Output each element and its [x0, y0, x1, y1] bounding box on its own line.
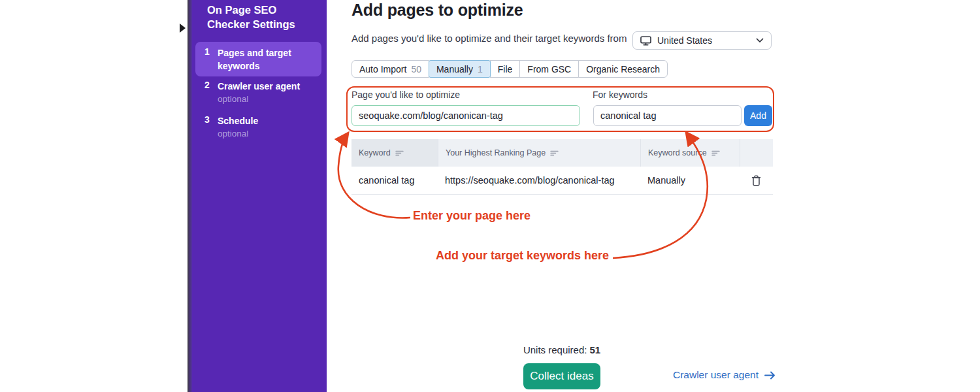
- step-label: Crawler user agent optional: [218, 75, 321, 105]
- keywords-input-label: For keywords: [593, 90, 647, 100]
- collect-ideas-button[interactable]: Collect ideas: [523, 363, 600, 389]
- cell-keyword-source: Manually: [640, 175, 740, 186]
- sidebar-step-schedule[interactable]: 3 Schedule optional: [195, 110, 321, 140]
- annotation-enter-page-label: Enter your page here: [413, 209, 531, 223]
- column-header-highest-ranking-page[interactable]: Your Highest Ranking Page: [438, 139, 640, 167]
- units-label: Units required:: [523, 344, 587, 355]
- tab-count: 50: [411, 64, 421, 74]
- tab-organic-research[interactable]: Organic Research: [578, 60, 668, 78]
- step-number: 3: [203, 114, 212, 125]
- tab-count: 1: [478, 64, 483, 74]
- sort-icon: [395, 150, 404, 156]
- arrow-right-icon: [764, 371, 776, 380]
- chevron-down-icon: [756, 38, 764, 43]
- tab-from-gsc[interactable]: From GSC: [519, 60, 579, 78]
- desktop-device-icon: [640, 36, 651, 46]
- sort-icon: [711, 150, 720, 156]
- sidebar-step-crawler-user-agent[interactable]: 2 Crawler user agent optional: [195, 75, 321, 105]
- step-optional-tag: optional: [218, 127, 321, 140]
- annotation-add-keywords-label: Add your target keywords here: [436, 249, 609, 263]
- tab-file[interactable]: File: [490, 60, 521, 78]
- sidebar-edge-shadow: [188, 0, 192, 392]
- country-value: United States: [657, 35, 712, 46]
- page-url-input[interactable]: [351, 105, 580, 126]
- cursor-artifact: [180, 24, 186, 33]
- page-subtitle: Add pages you'd like to optimize and the…: [351, 33, 627, 44]
- sidebar-title: On Page SEO Checker Settings: [207, 3, 295, 31]
- annotation-arrows: [0, 0, 980, 392]
- step-label: Schedule optional: [218, 110, 321, 140]
- keywords-input[interactable]: [593, 105, 742, 126]
- keywords-table: Keyword Your Highest Ranking Page Keywor…: [351, 139, 773, 195]
- trash-icon: [751, 175, 761, 186]
- step-optional-tag: optional: [218, 93, 321, 105]
- source-tabs: Auto Import50 Manually1 File From GSC Or…: [351, 60, 668, 78]
- page-title: Add pages to optimize: [351, 1, 523, 20]
- column-header-keyword[interactable]: Keyword: [351, 139, 438, 167]
- sidebar-title-line2: Checker Settings: [207, 18, 295, 30]
- column-header-actions: [740, 139, 773, 167]
- page-input-label: Page you'd like to optimize: [351, 90, 460, 100]
- sidebar-title-line1: On Page SEO: [207, 4, 276, 16]
- tab-auto-import[interactable]: Auto Import50: [351, 60, 429, 78]
- tab-manually[interactable]: Manually1: [429, 60, 491, 78]
- settings-sidebar: On Page SEO Checker Settings 1 Pages and…: [188, 0, 327, 392]
- crawler-user-agent-link[interactable]: Crawler user agent: [673, 369, 776, 381]
- delete-row-button[interactable]: [751, 175, 761, 186]
- sidebar-step-pages-and-target-keywords[interactable]: 1 Pages and target keywords: [195, 42, 321, 76]
- units-required: Units required:51: [519, 344, 604, 355]
- step-label: Pages and target keywords: [218, 42, 321, 73]
- step-number: 1: [203, 46, 212, 57]
- on-page-seo-checker-settings-window: On Page SEO Checker Settings 1 Pages and…: [0, 0, 980, 392]
- column-header-keyword-source[interactable]: Keyword source: [640, 139, 740, 167]
- country-selector[interactable]: United States: [632, 31, 772, 50]
- units-value: 51: [589, 344, 600, 355]
- table-header: Keyword Your Highest Ranking Page Keywor…: [351, 139, 773, 167]
- table-row: canonical tag https://seoquake.com/blog/…: [351, 167, 773, 195]
- cell-keyword: canonical tag: [351, 175, 438, 186]
- sort-icon: [550, 150, 559, 156]
- cell-highest-ranking-page: https://seoquake.com/blog/canonical-tag: [438, 175, 640, 186]
- step-number: 2: [203, 80, 212, 90]
- add-button[interactable]: Add: [744, 105, 772, 126]
